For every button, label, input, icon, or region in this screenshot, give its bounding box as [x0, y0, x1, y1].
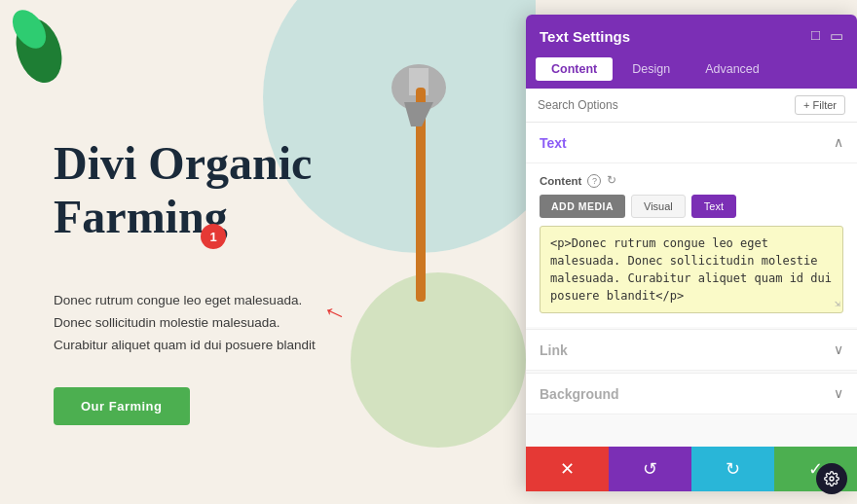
text-editor[interactable]: <p>Donec rutrum congue leo eget malesuad…: [540, 226, 843, 313]
redo-button[interactable]: ↻: [691, 447, 774, 491]
filter-button[interactable]: + Filter: [795, 95, 845, 115]
link-section-title: Link: [540, 342, 568, 358]
panel-footer: ✕ ↺ ↻ ✓: [526, 447, 857, 491]
expand-icon[interactable]: ▭: [830, 27, 843, 45]
tab-advanced[interactable]: Advanced: [689, 57, 775, 81]
resize-handle[interactable]: ⇲: [835, 296, 840, 310]
background-section: Background ∨: [526, 373, 857, 414]
leaf-decoration: [10, 10, 68, 91]
content-label: Content: [540, 175, 581, 187]
tab-content[interactable]: Content: [536, 57, 613, 81]
cancel-icon: ✕: [560, 458, 575, 480]
media-row: ADD MEDIA Visual Text: [540, 195, 843, 218]
panel-header-icons: □ ▭: [811, 27, 843, 45]
help-icon[interactable]: ?: [587, 174, 601, 188]
panel-title: Text Settings: [540, 28, 630, 45]
visual-view-button[interactable]: Visual: [631, 195, 686, 218]
preview-area: Divi Organic Farming Donec rutrum congue…: [0, 0, 536, 504]
red-arrow: ←: [317, 293, 354, 333]
link-section: Link ∨: [526, 329, 857, 371]
content-label-row: Content ? ↻: [540, 173, 843, 188]
background-section-chevron: ∨: [834, 385, 843, 402]
settings-button[interactable]: [816, 463, 847, 494]
undo-button[interactable]: ↺: [609, 447, 691, 491]
panel-tabs: Content Design Advanced: [526, 57, 857, 89]
text-section-body: Content ? ↻ ADD MEDIA Visual Text <p>Don…: [526, 163, 857, 327]
main-heading: Divi Organic Farming: [54, 136, 312, 243]
shovel-illustration: [375, 58, 463, 335]
text-view-button[interactable]: Text: [691, 195, 736, 218]
link-section-header[interactable]: Link ∨: [526, 330, 857, 371]
badge-one: 1: [201, 224, 226, 249]
link-section-chevron: ∨: [834, 342, 843, 358]
tab-design[interactable]: Design: [616, 57, 686, 81]
cancel-button[interactable]: ✕: [526, 447, 609, 491]
background-section-header[interactable]: Background ∨: [526, 374, 857, 414]
search-input[interactable]: [538, 98, 789, 112]
background-section-title: Background: [540, 386, 619, 402]
svg-marker-5: [404, 102, 433, 126]
settings-panel: Text Settings □ ▭ Content Design Advance…: [526, 15, 857, 491]
editor-content: <p>Donec rutrum congue leo eget malesuad…: [550, 236, 832, 303]
sub-text: Donec rutrum congue leo eget malesuada. …: [54, 290, 316, 357]
search-bar: + Filter: [526, 89, 857, 123]
text-section: Text ∧ Content ? ↻ ADD MEDIA Visual Text: [526, 123, 857, 327]
cta-button[interactable]: Our Farming: [54, 387, 190, 425]
svg-point-6: [830, 477, 834, 481]
add-media-button[interactable]: ADD MEDIA: [540, 195, 625, 218]
panel-header: Text Settings □ ▭: [526, 15, 857, 57]
panel-body: Text ∧ Content ? ↻ ADD MEDIA Visual Text: [526, 123, 857, 447]
undo-icon: ↺: [643, 458, 657, 480]
reset-icon[interactable]: ↻: [607, 173, 616, 188]
text-section-title: Text: [540, 135, 567, 151]
text-section-chevron: ∧: [834, 134, 843, 151]
responsive-icon[interactable]: □: [811, 27, 820, 45]
redo-icon: ↻: [726, 458, 740, 480]
text-section-header[interactable]: Text ∧: [526, 123, 857, 163]
